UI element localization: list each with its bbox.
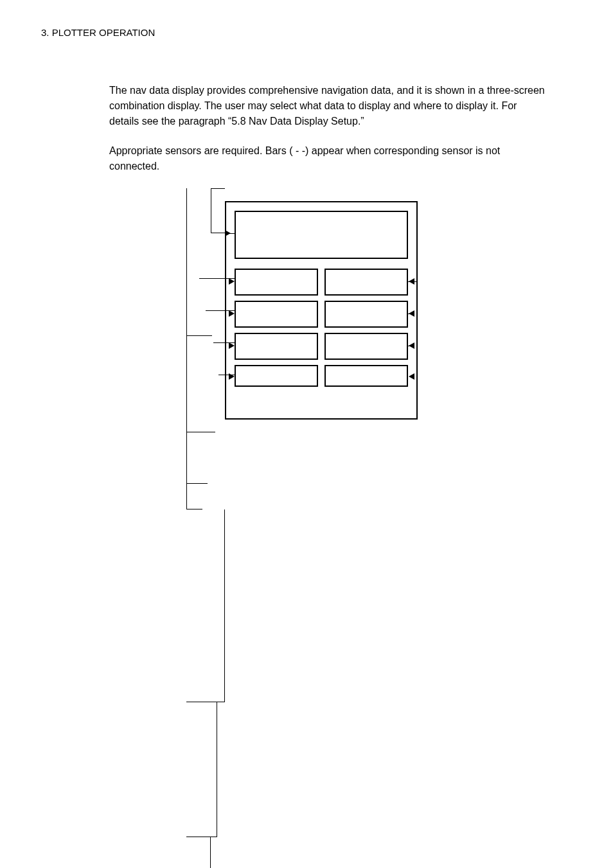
display-cell-r3-left (235, 333, 318, 360)
display-cell-r4-right (324, 365, 408, 387)
paragraph-2: Appropriate sensors are required. Bars (… (109, 143, 546, 174)
display-cell-r1-right (324, 269, 408, 296)
display-top-box (235, 211, 408, 259)
display-cell-r1-left (235, 269, 318, 296)
display-cell-r2-right (324, 301, 408, 328)
callout-box-left-1 (211, 188, 225, 233)
page: 3. PLOTTER OPERATION The nav data displa… (0, 0, 613, 868)
diagram-wrap (109, 188, 546, 484)
callout-line-right-3 (186, 837, 211, 868)
page-header: 3. PLOTTER OPERATION (41, 27, 572, 38)
display-cell-r2-left (235, 301, 318, 328)
callout-line-right-2 (186, 702, 217, 837)
callout-line-left-4 (186, 432, 208, 484)
nav-data-diagram (186, 188, 469, 484)
paragraph-1: The nav data display provides comprehens… (109, 83, 546, 129)
arrow-icon (409, 310, 414, 317)
display-cell-r4-left (235, 365, 318, 387)
callout-line-left-3 (186, 336, 215, 432)
arrow-icon (409, 342, 414, 349)
arrow-icon (409, 373, 414, 380)
callout-line-left-2 (186, 188, 212, 336)
arrow-icon (409, 278, 414, 285)
body-text: The nav data display provides comprehens… (109, 83, 546, 484)
callout-line-left-5 (186, 484, 202, 509)
callout-line-right-1 (186, 509, 225, 702)
display-cell-r3-right (324, 333, 408, 360)
